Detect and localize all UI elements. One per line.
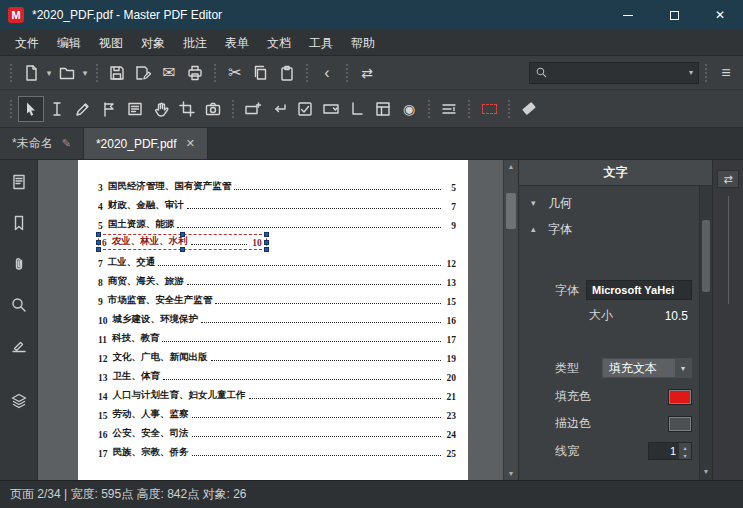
open-file-dropdown[interactable]: ▾	[80, 60, 90, 86]
fill-color-swatch[interactable]	[668, 389, 692, 405]
scroll-up-icon[interactable]: ▲	[508, 160, 515, 173]
toc-row[interactable]: 7工业、交通12	[98, 250, 456, 269]
arrange-tool[interactable]	[436, 96, 462, 122]
tab-untitled[interactable]: *未命名 ✎	[0, 128, 84, 159]
selection-handle[interactable]	[264, 240, 269, 245]
button-tool[interactable]	[266, 96, 292, 122]
font-family-combo[interactable]: Microsoft YaHei	[586, 280, 692, 300]
toc-row[interactable]: 3国民经济管理、国有资产监管5	[98, 174, 456, 193]
print-button[interactable]	[182, 60, 208, 86]
edit-text-tool[interactable]	[44, 96, 70, 122]
combobox-tool[interactable]	[318, 96, 344, 122]
list-field-tool[interactable]	[370, 96, 396, 122]
tab-2020-pdf[interactable]: *2020_PDF.pdf ✕	[84, 128, 208, 159]
paste-button[interactable]	[274, 60, 300, 86]
toc-row[interactable]: 11科技、教育17	[98, 326, 456, 345]
selection-handle[interactable]	[96, 240, 101, 245]
thumbnails-panel-button[interactable]	[6, 170, 32, 194]
toc-row[interactable]: 16公安、安全、司法24	[98, 421, 456, 440]
switch-view-button[interactable]: ⇄	[354, 60, 380, 86]
layers-panel-button[interactable]	[6, 389, 32, 413]
scrollbar-track[interactable]	[504, 173, 518, 467]
edit-object-tool[interactable]	[70, 96, 96, 122]
overflow-menu-button[interactable]: ≡	[713, 60, 739, 86]
previous-view-button[interactable]: ‹	[314, 60, 340, 86]
hand-tool[interactable]	[148, 96, 174, 122]
search-history-dropdown[interactable]: ▾	[689, 68, 693, 77]
toc-row[interactable]: 4财政、金融、审计7	[98, 193, 456, 212]
crop-tool[interactable]	[174, 96, 200, 122]
new-document-button[interactable]	[18, 60, 44, 86]
panel-collapse-button[interactable]: ⇄	[717, 170, 739, 188]
select-tool[interactable]	[18, 96, 44, 122]
scroll-down-icon[interactable]: ▼	[508, 467, 515, 480]
signature-tool[interactable]	[344, 96, 370, 122]
toc-row[interactable]: 12文化、广电、新闻出版19	[98, 345, 456, 364]
spin-down-icon[interactable]: ▾	[683, 452, 686, 459]
close-button[interactable]: ✕	[697, 0, 743, 30]
open-file-button[interactable]	[54, 60, 80, 86]
menu-item-edit[interactable]: 编辑	[48, 30, 90, 56]
object-frame-tool[interactable]	[476, 96, 502, 122]
cut-button[interactable]: ✂	[222, 60, 248, 86]
selection-handle[interactable]	[96, 232, 101, 237]
signatures-panel-button[interactable]	[6, 334, 32, 358]
section-geometry[interactable]: ▾ 几何	[531, 192, 692, 214]
line-width-field[interactable]: 1 ▴ ▾	[648, 442, 692, 460]
menu-item-view[interactable]: 视图	[90, 30, 132, 56]
email-button[interactable]: ✉	[156, 60, 182, 86]
text-field-tool[interactable]	[240, 96, 266, 122]
toc-row[interactable]: 10城乡建设、环境保护16	[98, 307, 456, 326]
document-canvas[interactable]: 3国民经济管理、国有资产监管54财政、金融、审计75国土资源、能源96农业、林业…	[38, 160, 518, 480]
stroke-color-swatch[interactable]	[668, 416, 692, 432]
spin-up-icon[interactable]: ▴	[683, 444, 686, 451]
selection-handle[interactable]	[180, 232, 185, 237]
menu-item-help[interactable]: 帮助	[342, 30, 384, 56]
tab-edit-icon[interactable]: ✎	[62, 137, 71, 150]
menu-item-object[interactable]: 对象	[132, 30, 174, 56]
form-list-tool[interactable]	[122, 96, 148, 122]
radio-button-tool[interactable]: ◉	[396, 96, 422, 122]
toc-row[interactable]: 17民族、宗教、侨务25	[98, 440, 456, 459]
toc-row[interactable]: 14人口与计划生育、妇女儿童工作21	[98, 383, 456, 402]
save-button[interactable]	[104, 60, 130, 86]
eraser-tool[interactable]	[516, 96, 542, 122]
vertical-scrollbar[interactable]: ▲ ▼	[503, 160, 518, 480]
selected-text-object[interactable]: 6农业、林业、水利10	[98, 234, 267, 250]
fill-type-dropdown[interactable]: 填充文本 ▾	[602, 358, 692, 378]
menu-item-comment[interactable]: 批注	[174, 30, 216, 56]
panel-scroll-down-icon[interactable]: ▼	[700, 465, 712, 478]
toc-row[interactable]: 8商贸、海关、旅游13	[98, 269, 456, 288]
search-panel-button[interactable]	[6, 293, 32, 317]
pdf-page[interactable]: 3国民经济管理、国有资产监管54财政、金融、审计75国土资源、能源96农业、林业…	[78, 160, 468, 480]
new-document-dropdown[interactable]: ▾	[44, 60, 54, 86]
menu-item-tools[interactable]: 工具	[300, 30, 342, 56]
scrollbar-thumb[interactable]	[506, 193, 516, 229]
tab-close-icon[interactable]: ✕	[186, 137, 195, 150]
menu-item-form[interactable]: 表单	[216, 30, 258, 56]
toc-row[interactable]: 9市场监管、安全生产监管15	[98, 288, 456, 307]
toc-row[interactable]: 13卫生、体育20	[98, 364, 456, 383]
checkbox-tool[interactable]	[292, 96, 318, 122]
toc-row[interactable]: 5国土资源、能源9	[98, 212, 456, 231]
minimize-button[interactable]	[605, 0, 651, 30]
section-font[interactable]: ▴ 字体	[531, 218, 692, 240]
select-fields-tool[interactable]	[96, 96, 122, 122]
toc-row[interactable]: 15劳动、人事、监察23	[98, 402, 456, 421]
selection-handle[interactable]	[180, 247, 185, 252]
snapshot-tool[interactable]	[200, 96, 226, 122]
search-input[interactable]	[553, 66, 684, 80]
panel-scrollbar-thumb[interactable]	[702, 220, 710, 292]
maximize-button[interactable]	[651, 0, 697, 30]
selection-handle[interactable]	[264, 247, 269, 252]
panel-scrollbar[interactable]: ▼	[699, 186, 712, 480]
spinner-buttons[interactable]: ▴ ▾	[679, 443, 691, 459]
menu-item-document[interactable]: 文档	[258, 30, 300, 56]
selection-handle[interactable]	[96, 247, 101, 252]
toc-row[interactable]: 6农业、林业、水利10	[98, 231, 456, 250]
attachments-panel-button[interactable]	[6, 252, 32, 276]
menu-item-file[interactable]: 文件	[6, 30, 48, 56]
bookmarks-panel-button[interactable]	[6, 211, 32, 235]
selection-handle[interactable]	[264, 232, 269, 237]
font-size-field[interactable]: 10.5	[620, 309, 692, 323]
